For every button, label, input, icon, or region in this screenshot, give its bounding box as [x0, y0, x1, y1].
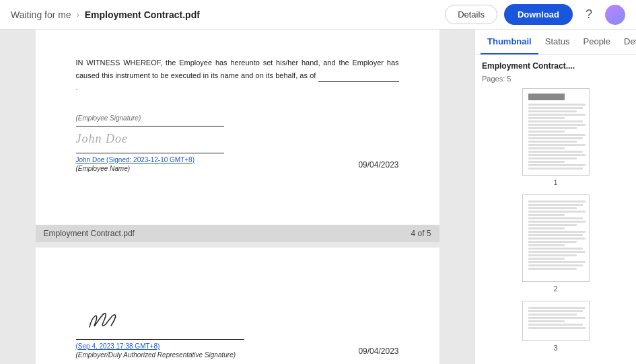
main-layout: IN WITNESS WHEREOF, the Employee has her… [0, 30, 636, 364]
avatar[interactable] [605, 5, 625, 25]
thumbnail-filename: Employment Contract.... [482, 61, 575, 71]
right-panel-tabs: Thumbnail Status People Details [475, 30, 636, 54]
breadcrumb-separator: › [77, 10, 79, 20]
tab-people[interactable]: People [577, 30, 617, 54]
thumbnail-number-1: 1 [553, 178, 557, 186]
breadcrumb: Waiting for me › Employment Contract.pdf [11, 9, 445, 20]
thumbnail-number-2: 2 [553, 285, 557, 293]
employer-sig-date[interactable]: (Sep 4, 2023 17:38 GMT+8) [76, 342, 244, 350]
employee-sig-block: (Employee Signature) John Doe John Doe (… [76, 114, 224, 172]
employee-name-label: (Employee Name) [76, 165, 224, 172]
tab-thumbnail[interactable]: Thumbnail [481, 30, 538, 54]
thumbnail-inner-1 [523, 89, 589, 175]
footer-filename: Employment Contract.pdf [44, 229, 135, 238]
thumbnail-img-3[interactable] [522, 301, 590, 341]
document-page-5: (Sep 4, 2023 17:38 GMT+8) (Employer/Duly… [36, 248, 439, 364]
thumbnail-item-2[interactable]: 2 [482, 194, 629, 293]
thumbnail-item-1[interactable]: 1 [482, 88, 629, 186]
tab-status[interactable]: Status [538, 30, 577, 54]
sig-line-2 [76, 153, 224, 153]
thumbnail-item-3[interactable]: 3 [482, 301, 629, 352]
document-area[interactable]: IN WITNESS WHEREOF, the Employee has her… [0, 30, 474, 364]
employer-sig-label: (Employer/Duly Authorized Representative… [76, 351, 244, 359]
thumbnail-inner-3 [523, 301, 589, 340]
signature-section-employee: (Employee Signature) John Doe John Doe (… [76, 114, 399, 172]
download-button[interactable]: Download [504, 4, 573, 25]
employee-sig-name: John Doe [76, 132, 224, 146]
footer-page-info: 4 of 5 [411, 229, 431, 238]
employer-sig-section: (Sep 4, 2023 17:38 GMT+8) (Employer/Duly… [76, 301, 399, 359]
thumb-header-block-1 [528, 94, 565, 100]
thumbnail-header: Employment Contract.... [482, 61, 629, 71]
blank-line [318, 69, 399, 83]
witness-text: IN WITNESS WHEREOF, the Employee has her… [76, 57, 399, 94]
thumbnail-pages: Pages: 5 [482, 75, 629, 83]
header: Waiting for me › Employment Contract.pdf… [0, 0, 636, 30]
breadcrumb-prefix: Waiting for me [11, 9, 71, 20]
thumbnail-number-3: 3 [553, 344, 557, 352]
help-icon[interactable]: ? [579, 5, 598, 24]
sig-line [76, 126, 224, 126]
employee-sig-date: 09/04/2023 [358, 160, 398, 172]
employee-signed-link[interactable]: John Doe (Signed: 2023-12-10 GMT+8) [76, 156, 224, 163]
thumbnail-inner-2 [523, 195, 589, 281]
header-actions: Details Download ? [445, 4, 625, 25]
thumbnails-area[interactable]: Employment Contract.... Pages: 5 [475, 54, 636, 364]
document-page-4: IN WITNESS WHEREOF, the Employee has her… [36, 30, 439, 225]
details-button[interactable]: Details [445, 5, 497, 24]
page-footer-bar: Employment Contract.pdf 4 of 5 [36, 225, 439, 242]
breadcrumb-filename: Employment Contract.pdf [85, 9, 200, 20]
employer-date: 09/04/2023 [358, 347, 398, 359]
employer-sig-line [76, 339, 244, 340]
right-panel: Thumbnail Status People Details Employme… [474, 30, 636, 364]
thumbnail-img-1[interactable] [522, 88, 590, 176]
employer-sig-svg [76, 301, 137, 335]
tab-details[interactable]: Details [617, 30, 636, 54]
thumbnail-img-2[interactable] [522, 194, 590, 282]
employer-sig-block: (Sep 4, 2023 17:38 GMT+8) (Employer/Duly… [76, 301, 244, 359]
employee-sig-label: (Employee Signature) [76, 114, 224, 122]
